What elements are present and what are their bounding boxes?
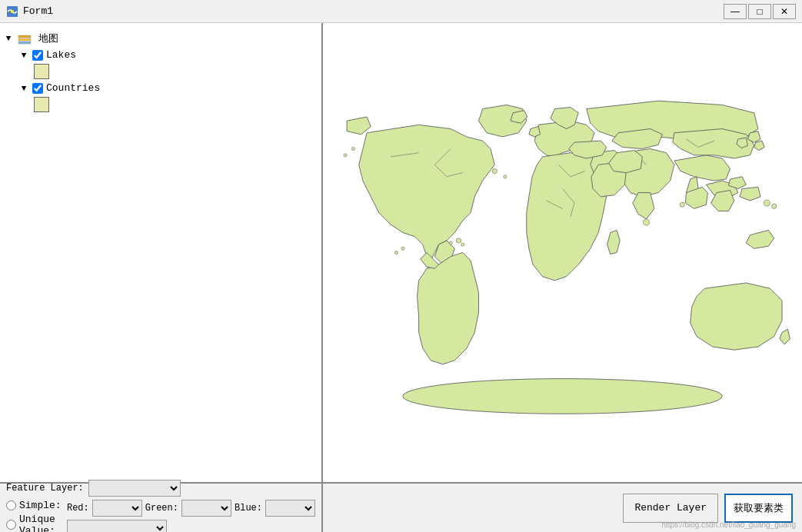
green-select[interactable] xyxy=(181,500,231,517)
feature-layer-label: Feature Layer: xyxy=(6,483,84,494)
svg-rect-4 xyxy=(18,42,31,44)
app-icon xyxy=(6,5,18,18)
svg-point-10 xyxy=(680,202,684,207)
main-container: ▼ 地图 ▼ Lakes xyxy=(0,23,802,532)
countries-checkbox[interactable] xyxy=(32,83,43,94)
map-panel xyxy=(323,23,802,482)
tree-root: ▼ 地图 ▼ Lakes xyxy=(3,26,318,117)
svg-rect-2 xyxy=(18,35,31,38)
svg-point-32 xyxy=(344,154,347,157)
lakes-label: Lakes xyxy=(46,49,76,61)
countries-children xyxy=(18,95,318,114)
minimize-button[interactable]: — xyxy=(724,4,747,19)
svg-point-29 xyxy=(492,168,497,173)
get-features-button[interactable]: 获取要素类 xyxy=(724,494,793,523)
svg-point-27 xyxy=(401,247,404,250)
svg-point-1 xyxy=(11,10,14,13)
tree-children-root: ▼ Lakes ▼ xyxy=(3,48,318,114)
unique-value-label: Unique Value: xyxy=(19,514,62,533)
svg-point-8 xyxy=(461,243,464,246)
map-stack-icon xyxy=(17,31,32,46)
lakes-swatch[interactable] xyxy=(34,64,49,79)
root-toggle[interactable]: ▼ xyxy=(3,34,14,43)
content-area: ▼ 地图 ▼ Lakes xyxy=(0,23,802,482)
svg-point-30 xyxy=(504,175,507,178)
svg-point-31 xyxy=(351,147,354,150)
tree-item-root: ▼ 地图 xyxy=(3,29,318,48)
blue-select[interactable] xyxy=(265,500,315,517)
red-label: Red: xyxy=(67,503,89,514)
blue-label: Blue: xyxy=(235,503,262,514)
world-map-svg xyxy=(323,23,802,482)
svg-point-11 xyxy=(764,200,770,206)
countries-toggle[interactable]: ▼ xyxy=(18,84,29,93)
simple-radio[interactable] xyxy=(6,500,16,510)
window-title: Form1 xyxy=(23,5,53,17)
titlebar-left: Form1 xyxy=(6,5,53,18)
lakes-toggle[interactable]: ▼ xyxy=(18,51,29,60)
svg-point-13 xyxy=(643,219,649,225)
feature-layer-select[interactable] xyxy=(88,480,181,497)
root-label: 地图 xyxy=(38,32,58,45)
close-button[interactable]: ✕ xyxy=(773,4,796,19)
lakes-checkbox[interactable] xyxy=(32,50,43,61)
lakes-children xyxy=(18,62,318,81)
svg-point-28 xyxy=(394,251,398,254)
simple-label: Simple: xyxy=(19,500,62,511)
unique-value-radio[interactable] xyxy=(6,520,16,530)
render-layer-button[interactable]: Render Layer xyxy=(623,494,718,523)
tree-item-lakes: ▼ Lakes xyxy=(18,48,318,81)
watermark: https://blog.csdn.net/liao_guang_guang xyxy=(661,520,796,529)
titlebar: Form1 — □ ✕ xyxy=(0,0,802,23)
countries-swatch[interactable] xyxy=(34,97,49,112)
red-select[interactable] xyxy=(92,500,142,517)
green-label: Green: xyxy=(145,503,178,514)
unique-value-select[interactable] xyxy=(67,520,167,533)
map-canvas xyxy=(323,23,802,482)
svg-point-6 xyxy=(403,379,722,414)
svg-rect-3 xyxy=(18,38,31,41)
titlebar-controls: — □ ✕ xyxy=(724,4,796,19)
tree-item-countries: ▼ Countries xyxy=(18,81,318,114)
maximize-button[interactable]: □ xyxy=(748,4,771,19)
countries-label: Countries xyxy=(46,82,100,94)
svg-point-12 xyxy=(772,204,777,208)
render-type-group: Simple: Unique Value: xyxy=(6,500,62,533)
layer-tree-panel: ▼ 地图 ▼ Lakes xyxy=(0,23,323,482)
svg-point-7 xyxy=(456,238,461,243)
svg-point-9 xyxy=(449,241,452,244)
